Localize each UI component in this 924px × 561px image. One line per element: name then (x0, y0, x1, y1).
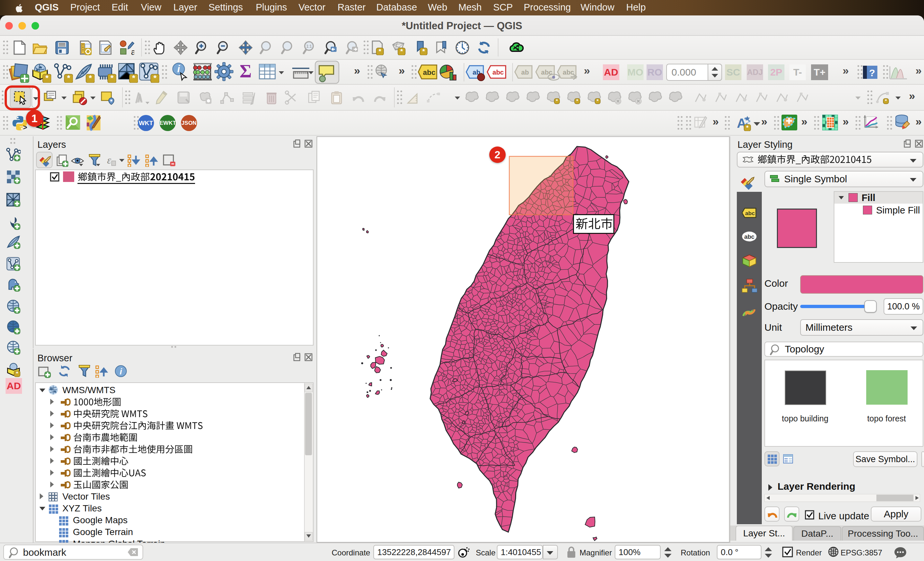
svg-text:*: * (67, 74, 70, 82)
svg-text:abc: abc (423, 68, 435, 76)
svg-text:*: * (16, 370, 18, 377)
svg-text:abc: abc (745, 210, 754, 216)
svg-text:*: * (746, 124, 748, 131)
svg-text:*: * (88, 74, 92, 82)
svg-text:1:1: 1:1 (306, 44, 312, 49)
svg-text:ab: ab (521, 69, 529, 76)
svg-text:i: i (120, 366, 122, 376)
svg-text:*: * (132, 74, 135, 82)
svg-text:*: * (556, 98, 558, 104)
svg-text:*: * (400, 47, 403, 55)
svg-text:?: ? (869, 68, 875, 78)
svg-text:*: * (45, 74, 49, 82)
svg-text:*: * (597, 98, 598, 104)
svg-text:a: a (131, 47, 134, 55)
svg-text:*: * (885, 98, 887, 104)
svg-text:*: * (379, 47, 381, 55)
svg-text:*: * (576, 98, 578, 104)
svg-text:i: i (177, 63, 180, 74)
svg-text:*: * (422, 47, 425, 55)
svg-text:*: * (153, 74, 157, 82)
svg-text:abc: abc (492, 69, 504, 76)
svg-text:abc: abc (744, 234, 754, 240)
svg-text:Σ: Σ (240, 62, 252, 81)
svg-text:ε: ε (107, 154, 111, 166)
svg-text:*: * (110, 74, 114, 82)
svg-text:>: > (23, 123, 27, 131)
